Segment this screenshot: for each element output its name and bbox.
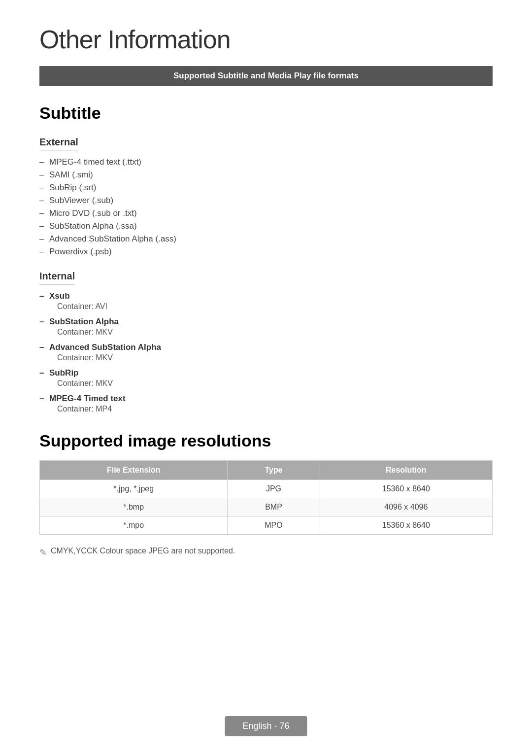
internal-item-container: Container: MKV [39,353,493,362]
external-list: MPEG-4 timed text (.ttxt) SAMI (.smi) Su… [39,157,493,257]
internal-subsection-title: Internal [39,271,75,284]
table-header-resolution: Resolution [320,461,492,480]
internal-item-label: SubRip [39,368,493,378]
internal-item-label: MPEG-4 Timed text [39,394,493,404]
page-container: Other Information Supported Subtitle and… [0,0,532,607]
internal-list: Xsub Container: AVI SubStation Alpha Con… [39,291,493,413]
note-icon: ✎ [39,547,47,558]
table-row: *.mpo MPO 15360 x 8640 [40,516,493,535]
internal-item-container: Container: AVI [39,302,493,311]
page-title: Other Information [39,25,493,54]
note-text: ✎ CMYK,YCCK Colour space JPEG are not su… [39,547,493,558]
table-cell-resolution: 15360 x 8640 [320,516,492,535]
internal-item-advanced-substation: Advanced SubStation Alpha Container: MKV [39,343,493,362]
table-cell-extension: *.jpg, *.jpeg [40,480,228,498]
internal-item-label: Advanced SubStation Alpha [39,343,493,352]
table-cell-resolution: 15360 x 8640 [320,480,492,498]
external-section: External MPEG-4 timed text (.ttxt) SAMI … [39,137,493,257]
internal-item-container: Container: MP4 [39,405,493,413]
table-cell-type: MPO [228,516,320,535]
internal-item-mpeg4: MPEG-4 Timed text Container: MP4 [39,394,493,413]
table-cell-type: BMP [228,498,320,516]
table-cell-extension: *.bmp [40,498,228,516]
table-cell-type: JPG [228,480,320,498]
table-cell-extension: *.mpo [40,516,228,535]
internal-item-container: Container: MKV [39,328,493,337]
list-item: SubStation Alpha (.ssa) [39,221,493,231]
list-item: MPEG-4 timed text (.ttxt) [39,157,493,167]
subtitle-section-title: Subtitle [39,103,493,123]
external-subsection-title: External [39,137,78,150]
internal-item-xsub: Xsub Container: AVI [39,291,493,311]
list-item: SubViewer (.sub) [39,196,493,206]
note-content: CMYK,YCCK Colour space JPEG are not supp… [51,547,235,555]
list-item: SAMI (.smi) [39,170,493,180]
list-item: SubRip (.srt) [39,183,493,193]
table-cell-resolution: 4096 x 4096 [320,498,492,516]
list-item: Powerdivx (.psb) [39,247,493,257]
table-header-type: Type [228,461,320,480]
image-resolution-title: Supported image resolutions [39,431,493,450]
internal-item-label: SubStation Alpha [39,317,493,327]
list-item: Micro DVD (.sub or .txt) [39,208,493,218]
internal-item-subrip: SubRip Container: MKV [39,368,493,388]
internal-item-substation: SubStation Alpha Container: MKV [39,317,493,337]
section-header-bar: Supported Subtitle and Media Play file f… [39,66,493,86]
page-number-bar: English - 76 [225,716,307,736]
subtitle-section: Subtitle External MPEG-4 timed text (.tt… [39,103,493,413]
internal-item-label: Xsub [39,291,493,301]
table-row: *.bmp BMP 4096 x 4096 [40,498,493,516]
image-resolution-table: File Extension Type Resolution *.jpg, *.… [39,460,493,535]
table-header-row: File Extension Type Resolution [40,461,493,480]
image-resolution-section: Supported image resolutions File Extensi… [39,431,493,558]
table-row: *.jpg, *.jpeg JPG 15360 x 8640 [40,480,493,498]
internal-section: Internal Xsub Container: AVI SubStation … [39,271,493,413]
table-header-extension: File Extension [40,461,228,480]
internal-item-container: Container: MKV [39,379,493,388]
list-item: Advanced SubStation Alpha (.ass) [39,234,493,244]
